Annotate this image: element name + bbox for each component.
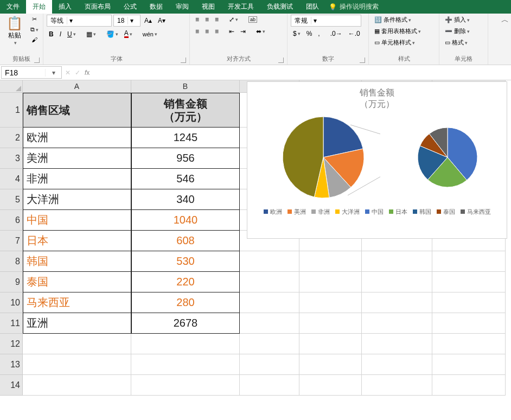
collapse-ribbon-button[interactable]: ︿ xyxy=(501,15,509,25)
comma-format-button[interactable]: , xyxy=(316,29,322,39)
number-format-combo[interactable]: 常规▾ xyxy=(291,15,361,27)
tab-file[interactable]: 文件 xyxy=(0,0,26,14)
row-header-5[interactable]: 5 xyxy=(0,189,23,210)
cell-A14[interactable] xyxy=(23,375,131,396)
cell-E14[interactable] xyxy=(362,375,432,396)
accounting-format-button[interactable]: $▾ xyxy=(291,29,303,39)
embedded-chart[interactable]: 销售金额（万元） 欧洲美洲非洲大洋洲中国日本韩国泰国马来西亚 xyxy=(247,81,507,239)
increase-decimal-button[interactable]: .0→ xyxy=(328,29,344,39)
row-header-2[interactable]: 2 xyxy=(0,128,23,148)
row-header-13[interactable]: 13 xyxy=(0,354,23,375)
font-color-button[interactable]: A▾ xyxy=(122,29,135,39)
align-center-button[interactable]: ≡ xyxy=(203,27,211,36)
cell-D12[interactable] xyxy=(299,334,362,354)
cell-C11[interactable] xyxy=(240,313,299,334)
row-header-11[interactable]: 11 xyxy=(0,313,23,334)
tab-insert[interactable]: 插入 xyxy=(52,0,78,14)
dialog-launcher-icon[interactable] xyxy=(34,58,40,63)
align-bottom-button[interactable]: ≡ xyxy=(213,15,221,24)
cell-D10[interactable] xyxy=(299,292,362,313)
tab-data[interactable]: 数据 xyxy=(143,0,169,14)
cell-F10[interactable] xyxy=(432,292,506,313)
row-header-4[interactable]: 4 xyxy=(0,169,23,189)
copy-button[interactable]: ⧉▾ xyxy=(28,25,41,34)
cell-A1[interactable]: 销售区域 xyxy=(23,93,131,128)
select-all-corner[interactable] xyxy=(0,80,23,93)
cell-C14[interactable] xyxy=(240,375,299,396)
cell-A4[interactable]: 非洲 xyxy=(23,169,131,189)
row-header-1[interactable]: 1 xyxy=(0,93,23,128)
cell-E12[interactable] xyxy=(362,334,432,354)
row-header-14[interactable]: 14 xyxy=(0,375,23,396)
insert-function-button[interactable]: fx xyxy=(85,69,90,77)
font-name-combo[interactable]: 等线▾ xyxy=(47,15,112,27)
underline-button[interactable]: U▾ xyxy=(65,29,78,39)
cut-button[interactable]: ✂ xyxy=(28,15,41,24)
cell-A8[interactable]: 韩国 xyxy=(23,251,131,272)
cell-B12[interactable] xyxy=(131,334,240,354)
format-cells-button[interactable]: ▭ 格式▾ xyxy=(443,37,484,48)
decrease-font-button[interactable]: A▾ xyxy=(156,16,168,26)
align-right-button[interactable]: ≡ xyxy=(213,27,221,36)
cell-B9[interactable]: 220 xyxy=(131,272,240,292)
decrease-indent-button[interactable]: ⇤ xyxy=(227,27,237,36)
wrap-text-button[interactable]: ab xyxy=(246,15,259,24)
font-size-combo[interactable]: 18▾ xyxy=(113,15,140,27)
cell-A13[interactable] xyxy=(23,354,131,375)
tab-load-test[interactable]: 负载测试 xyxy=(260,0,299,14)
row-header-3[interactable]: 3 xyxy=(0,148,23,169)
cell-F14[interactable] xyxy=(432,375,506,396)
column-header-A[interactable]: A xyxy=(23,80,131,93)
increase-indent-button[interactable]: ⇥ xyxy=(238,27,248,36)
paste-button[interactable]: 📋 粘贴 ▾ xyxy=(3,15,26,47)
formula-input[interactable] xyxy=(92,65,511,80)
align-top-button[interactable]: ≡ xyxy=(193,15,201,24)
cell-A5[interactable]: 大洋洲 xyxy=(23,189,131,210)
name-box-dropdown[interactable]: ▾ xyxy=(45,69,61,77)
delete-cells-button[interactable]: ➖ 删除▾ xyxy=(443,26,484,36)
row-header-6[interactable]: 6 xyxy=(0,210,23,231)
cell-D14[interactable] xyxy=(299,375,362,396)
cell-A9[interactable]: 泰国 xyxy=(23,272,131,292)
format-painter-button[interactable]: 🖌 xyxy=(28,35,41,44)
align-left-button[interactable]: ≡ xyxy=(193,27,201,36)
cell-B11[interactable]: 2678 xyxy=(131,313,240,334)
cell-A6[interactable]: 中国 xyxy=(23,210,131,231)
enter-formula-button[interactable]: ✓ xyxy=(75,69,80,77)
cell-E8[interactable] xyxy=(362,251,432,272)
cell-F13[interactable] xyxy=(432,354,506,375)
cell-D13[interactable] xyxy=(299,354,362,375)
cell-A3[interactable]: 美洲 xyxy=(23,148,131,169)
cell-B5[interactable]: 340 xyxy=(131,189,240,210)
row-header-8[interactable]: 8 xyxy=(0,251,23,272)
tab-page-layout[interactable]: 页面布局 xyxy=(78,0,117,14)
cell-A2[interactable]: 欧洲 xyxy=(23,128,131,148)
cell-A10[interactable]: 马来西亚 xyxy=(23,292,131,313)
cell-F12[interactable] xyxy=(432,334,506,354)
cell-C9[interactable] xyxy=(240,272,299,292)
tell-me-search[interactable]: 💡 操作说明搜索 xyxy=(329,0,379,14)
cell-F9[interactable] xyxy=(432,272,506,292)
insert-cells-button[interactable]: ➕ 插入▾ xyxy=(443,15,484,25)
tab-formulas[interactable]: 公式 xyxy=(117,0,143,14)
cell-B6[interactable]: 1040 xyxy=(131,210,240,231)
cell-B1[interactable]: 销售金额（万元） xyxy=(131,93,240,128)
cell-A12[interactable] xyxy=(23,334,131,354)
conditional-formatting-button[interactable]: 🔢 条件格式▾ xyxy=(372,15,436,25)
row-header-9[interactable]: 9 xyxy=(0,272,23,292)
cell-C12[interactable] xyxy=(240,334,299,354)
row-header-10[interactable]: 10 xyxy=(0,292,23,313)
cell-B8[interactable]: 530 xyxy=(131,251,240,272)
cell-D11[interactable] xyxy=(299,313,362,334)
cell-E10[interactable] xyxy=(362,292,432,313)
cell-C13[interactable] xyxy=(240,354,299,375)
orientation-button[interactable]: ⤢▾ xyxy=(227,15,240,24)
cell-F11[interactable] xyxy=(432,313,506,334)
cell-B7[interactable]: 608 xyxy=(131,231,240,251)
fill-color-button[interactable]: 🪣▾ xyxy=(104,29,120,39)
cell-A11[interactable]: 亚洲 xyxy=(23,313,131,334)
cell-F8[interactable] xyxy=(432,251,506,272)
bold-button[interactable]: B xyxy=(47,29,56,39)
cell-styles-button[interactable]: ▭ 单元格样式▾ xyxy=(372,37,436,48)
decrease-decimal-button[interactable]: ←.0 xyxy=(346,29,362,39)
